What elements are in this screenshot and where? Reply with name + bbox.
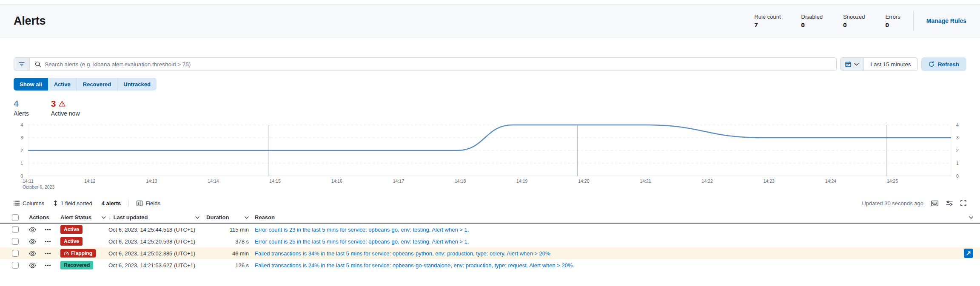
rule-stat-label: Snoozed [843, 14, 865, 20]
svg-text:1: 1 [956, 161, 959, 166]
column-header-reason[interactable]: Reason [249, 214, 973, 221]
keyboard-shortcuts-button[interactable] [931, 201, 938, 206]
filter-button-recovered[interactable]: Recovered [77, 78, 117, 91]
svg-text:14:15: 14:15 [269, 178, 280, 184]
refresh-button[interactable]: Refresh [921, 57, 966, 71]
search-input[interactable] [45, 61, 836, 68]
row-checkbox[interactable] [12, 226, 19, 233]
select-all-checkbox[interactable] [12, 214, 19, 221]
svg-text:14:14: 14:14 [208, 178, 219, 184]
chevron-down-icon[interactable] [969, 216, 973, 219]
view-alert-details-button[interactable] [29, 263, 36, 268]
active-now-value: 3 [51, 99, 80, 109]
rule-stat: Disabled0 [801, 14, 823, 28]
header-divider [913, 11, 914, 31]
more-actions-button[interactable] [45, 241, 51, 242]
rule-stat: Errors0 [885, 14, 900, 28]
alerts-timeline-chart[interactable]: 001122334414:1114:1214:1314:1414:1514:16… [14, 123, 966, 192]
last-updated-value: Oct 6, 2023, 14:25:44.518 (UTC+1) [108, 227, 195, 233]
calendar-icon [845, 61, 851, 67]
svg-text:14:19: 14:19 [516, 178, 527, 184]
svg-text:14:24: 14:24 [825, 178, 836, 184]
reason-link[interactable]: Error count is 25 in the last 5 mins for… [255, 238, 469, 245]
view-alert-details-button[interactable] [29, 227, 36, 232]
svg-text:3: 3 [956, 135, 959, 140]
boxes-horizontal-icon [45, 265, 51, 266]
fullscreen-icon [960, 200, 966, 206]
svg-text:2: 2 [956, 148, 959, 153]
time-range-value[interactable]: Last 15 minutes [864, 61, 917, 68]
refresh-icon [929, 61, 934, 67]
column-header-actions: Actions [29, 214, 60, 221]
expand-icon [966, 251, 971, 256]
search-box [14, 57, 837, 71]
active-now-label: Active now [51, 110, 80, 117]
filter-button-active[interactable]: Active [48, 78, 77, 91]
controls-icon [946, 201, 953, 206]
row-checkbox[interactable] [12, 238, 19, 245]
svg-text:October 6, 2023: October 6, 2023 [23, 184, 54, 190]
boxes-horizontal-icon [45, 229, 51, 230]
manage-rules-link[interactable]: Manage Rules [926, 17, 966, 24]
alert-count: 4 alerts [102, 200, 121, 207]
chevron-down-icon[interactable] [195, 216, 199, 219]
svg-text:14:23: 14:23 [763, 178, 775, 184]
filter-button-untracked[interactable]: Untracked [117, 78, 157, 91]
page-title: Alerts [14, 14, 46, 28]
rule-stat-label: Errors [885, 14, 900, 20]
calendar-menu-button[interactable] [840, 58, 864, 71]
status-badge-label: Active [64, 238, 79, 244]
column-header-status[interactable]: Alert Status [60, 214, 108, 221]
row-checkbox[interactable] [12, 250, 19, 257]
svg-text:4: 4 [956, 123, 959, 127]
status-badge-label: Flapping [71, 250, 92, 256]
add-filter-button[interactable] [14, 58, 30, 71]
status-badge: Flapping [60, 249, 96, 258]
svg-text:14:21: 14:21 [640, 178, 651, 184]
duration-value: 46 min [203, 250, 249, 257]
rule-stats: Rule count7Disabled0Snoozed0Errors0 [754, 14, 900, 28]
svg-text:14:12: 14:12 [84, 178, 95, 184]
sort-descending-icon: ↓ [108, 214, 111, 221]
search-icon [35, 61, 41, 68]
expand-cell-button[interactable] [964, 249, 973, 258]
boxes-horizontal-icon [45, 253, 51, 254]
column-header-duration[interactable]: Duration [203, 214, 249, 221]
duration-value: 126 s [203, 262, 249, 269]
svg-text:3: 3 [20, 135, 23, 140]
reason-link[interactable]: Failed transactions is 34% in the last 5… [255, 250, 552, 257]
svg-text:14:16: 14:16 [331, 178, 342, 184]
fullscreen-button[interactable] [960, 200, 966, 206]
chevron-down-icon[interactable] [102, 216, 106, 219]
view-alert-details-button[interactable] [29, 239, 36, 244]
row-checkbox[interactable] [12, 262, 19, 269]
status-badge-label: Recovered [64, 262, 90, 268]
reason-link[interactable]: Failed transactions is 24% in the last 5… [255, 262, 574, 269]
reason-link[interactable]: Error count is 23 in the last 5 mins for… [255, 227, 469, 233]
view-alert-details-button[interactable] [29, 251, 36, 256]
svg-text:14:17: 14:17 [393, 178, 404, 184]
eye-icon [29, 239, 36, 244]
filter-button-show-all[interactable]: Show all [14, 78, 48, 91]
display-options-button[interactable] [946, 201, 953, 206]
chevron-down-icon[interactable] [245, 216, 249, 219]
table-body: Active Oct 6, 2023, 14:25:44.518 (UTC+1)… [0, 224, 980, 271]
svg-text:2: 2 [20, 148, 23, 153]
column-header-updated[interactable]: ↓ Last updated [108, 214, 203, 221]
more-actions-button[interactable] [45, 265, 51, 266]
more-actions-button[interactable] [45, 253, 51, 254]
svg-text:4: 4 [20, 123, 23, 127]
fields-button[interactable]: Fields [137, 200, 160, 207]
sort-icon [54, 200, 57, 206]
more-actions-button[interactable] [45, 229, 51, 230]
columns-button[interactable]: Columns [14, 200, 44, 207]
alerts-summary: 4 Alerts 3 Active now [14, 99, 966, 117]
time-range-picker: Last 15 minutes [840, 57, 917, 71]
status-filter-group: Show allActiveRecoveredUntracked [14, 78, 157, 91]
warning-icon [59, 101, 66, 107]
flapping-icon [64, 251, 69, 256]
sort-fields-button[interactable]: 1 field sorted [54, 200, 92, 207]
rule-stat-label: Disabled [801, 14, 823, 20]
rule-stat-value: 0 [885, 21, 900, 28]
updated-timestamp: Updated 30 seconds ago [862, 200, 923, 207]
